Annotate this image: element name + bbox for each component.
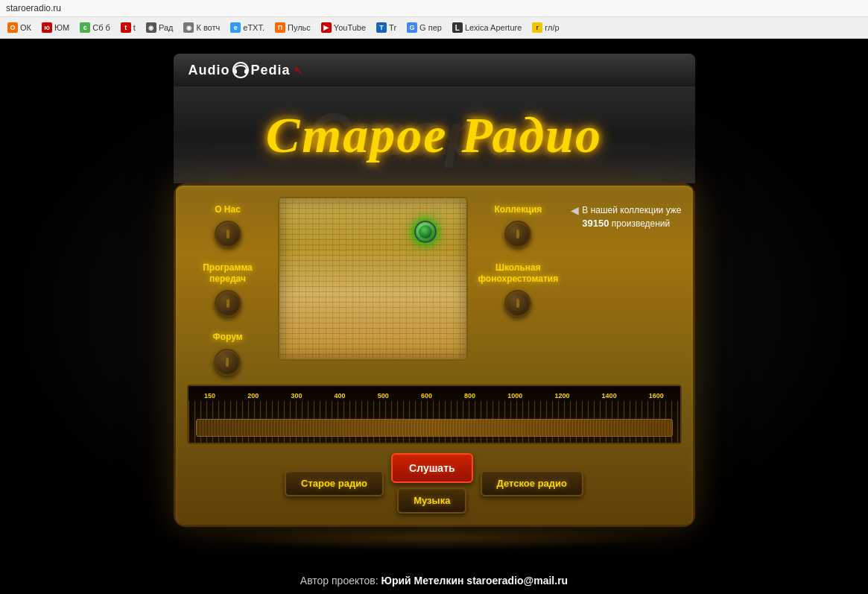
bookmark-ok-label: ОК [20,23,31,32]
bookmark-tr[interactable]: T Tr [372,21,401,34]
pedia-text: Pedia [251,63,291,78]
audiopedia-logo: Audio Pedia ↖ [189,60,303,80]
nav-right: Коллекция Школьнаяфонохрестоматия [477,197,559,376]
bookmark-glp[interactable]: г гл/р [528,21,563,34]
collection-info-panel: ◀ В нашей коллекции уже 39150 произведен… [571,197,681,376]
radio-body: О Нас Программапередач Форум [174,183,695,527]
bookmark-glp-label: гл/р [545,23,559,32]
footer: Автор проектов: Юрий Метелкин staroeradi… [300,572,568,594]
tuner-band [196,419,673,437]
knob-about[interactable] [215,221,241,247]
nav-left: О Нас Программапередач Форум [187,197,269,376]
bookmark-kvotch-label: К вотч [196,23,220,32]
url-text: staroeradio.ru [6,3,61,13]
nav-program-label: Программапередач [203,262,253,284]
knob-collection[interactable] [504,221,531,247]
bottom-buttons: Старое радио Слушать Музыка Детское ради… [187,453,682,514]
knob-program[interactable] [215,290,241,317]
bookmark-rad[interactable]: ◉ Рад [142,21,178,34]
bookmark-t[interactable]: t t [116,21,140,34]
bookmark-etxt-label: еТХТ. [243,23,264,32]
ok-icon: О [7,22,18,33]
nav-about[interactable]: О Нас [215,204,241,247]
grille-lines [279,198,467,359]
bookmark-youtube-label: YouTube [334,23,366,32]
footer-editor-line: Редактор проектов: Сергей Сиднев s.sidne… [300,590,568,594]
radio-title: Старое Радио [266,106,602,165]
bookmark-yum-label: ЮМ [54,23,69,32]
bookmark-gper-label: G пер [419,23,442,32]
browser-chrome: staroeradio.ru О ОК ю ЮМ с Сб б t t ◉ Ра… [0,0,868,39]
music-button[interactable]: Музыка [397,487,466,514]
main-content: Audio Pedia ↖ Старое Старое Радио [0,39,868,575]
bookmark-kvotch[interactable]: ◉ К вотч [179,21,224,34]
puls-icon: П [275,22,285,33]
nav-forum-label: Форум [212,332,242,342]
kvotch-icon: ◉ [183,22,194,33]
bookmark-puls-label: Пульс [288,23,311,32]
bookmarks-bar: О ОК ю ЮМ с Сб б t t ◉ Рад ◉ К вотч е еТ… [0,17,868,38]
youtube-icon: ▶ [321,22,332,33]
nav-collection-label: Коллекция [494,204,542,215]
bookmark-ok[interactable]: О ОК [3,21,36,34]
speaker-grille [278,197,469,361]
knob-forum[interactable] [214,349,241,376]
knob-school[interactable] [504,290,531,317]
bookmark-yum[interactable]: ю ЮМ [37,21,74,34]
author-name: Юрий Метелкин staroeradio@mail.ru [381,575,568,587]
tuner-area[interactable]: 150200300400 5006008001000 120014001600 [187,385,682,444]
kids-radio-button[interactable]: Детское радио [481,470,583,496]
bookmark-lexica[interactable]: L Lexica Aperture [448,21,526,34]
tuner-scale: 150200300400 5006008001000 120014001600 [189,386,680,443]
radio-outer: О Нас Программапередач Форум [174,183,695,527]
rad-icon: ◉ [146,22,156,33]
radio-main-panel: О Нас Программапередач Форум [187,197,682,376]
nav-school-label: Школьнаяфонохрестоматия [478,262,559,284]
yum-icon: ю [42,22,52,33]
bookmark-puls[interactable]: П Пульс [270,21,315,34]
bookmark-sb6[interactable]: с Сб б [75,21,115,34]
footer-author-line: Автор проектов: Юрий Метелкин staroeradi… [300,572,568,590]
svg-rect-1 [234,69,237,74]
header-bar: Audio Pedia ↖ [174,54,695,86]
etxt-icon: е [230,22,241,33]
center-buttons: Слушать Музыка [391,453,473,514]
bookmark-t-label: t [133,23,136,32]
bookmark-lexica-label: Lexica Aperture [465,23,522,32]
address-bar[interactable]: staroeradio.ru [0,0,868,17]
bookmark-rad-label: Рад [159,23,174,32]
sb6-icon: с [80,22,90,33]
bookmark-youtube[interactable]: ▶ YouTube [317,21,370,34]
bookmark-etxt[interactable]: е еТХТ. [226,21,269,34]
radio-container: Audio Pedia ↖ Старое Старое Радио [174,54,695,549]
nav-program[interactable]: Программапередач [203,262,253,317]
author-label: Автор проектов: [300,575,378,587]
speaker-area [278,197,469,376]
collection-text: В нашей коллекции уже 39150 произведений [582,204,681,230]
collection-arrow-icon: ◀ [571,204,579,216]
svg-rect-2 [244,69,247,74]
tuner-numbers: 150200300400 5006008001000 120014001600 [189,392,680,399]
glp-icon: г [532,22,542,33]
bookmark-tr-label: Tr [389,23,396,32]
audio-text: Audio [189,63,230,78]
title-area: Старое Старое Радио [174,86,695,183]
radio-shadow [211,527,658,549]
gper-icon: G [407,22,417,33]
lexica-icon: L [452,22,463,33]
nav-forum[interactable]: Форум [212,332,242,375]
bookmark-sb6-label: Сб б [92,23,110,32]
cursor-icon: ↖ [294,63,303,78]
listen-button[interactable]: Слушать [391,453,473,483]
tr-icon: T [376,22,387,33]
old-radio-button[interactable]: Старое радио [285,470,384,496]
bookmark-gper[interactable]: G G пер [402,21,446,34]
t-icon: t [121,22,131,33]
nav-collection[interactable]: Коллекция [494,204,542,247]
nav-school[interactable]: Школьнаяфонохрестоматия [478,262,559,317]
headphone-logo-icon [230,60,251,80]
nav-about-label: О Нас [215,204,241,215]
